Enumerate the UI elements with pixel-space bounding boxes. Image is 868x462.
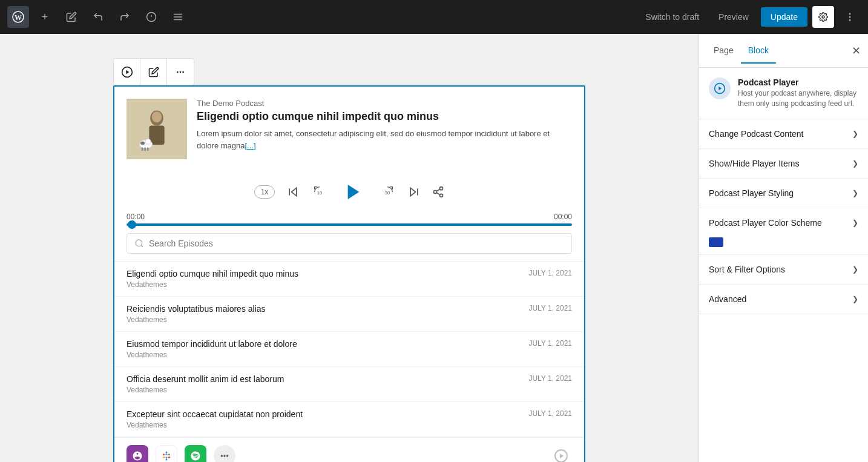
- tab-block[interactable]: Block: [741, 38, 776, 64]
- add-block-button[interactable]: +: [34, 6, 56, 28]
- more-options-button[interactable]: [839, 6, 861, 28]
- google-podcasts-button[interactable]: [156, 445, 177, 462]
- svg-point-14: [177, 71, 178, 72]
- svg-point-44: [163, 454, 165, 455]
- episode-info: Eiusmod tempor incididunt ut labore et d…: [127, 339, 297, 359]
- episode-author: Vedathemes: [127, 280, 298, 289]
- episode-item[interactable]: Eiusmod tempor incididunt ut labore et d…: [114, 332, 584, 367]
- block-edit-button[interactable]: [140, 59, 167, 85]
- svg-rect-24: [142, 148, 143, 151]
- podcast-footer: [114, 437, 584, 462]
- svg-marker-58: [718, 87, 722, 91]
- accordion-change-podcast-content: Change Podcast Content ❯: [699, 119, 868, 149]
- player-controls: 1x 10: [114, 171, 584, 213]
- svg-text:30: 30: [385, 190, 390, 196]
- episode-item[interactable]: Reiciendis voluptatibus maiores alias Ve…: [114, 297, 584, 332]
- episode-info: Eligendi optio cumque nihil impedit quo …: [127, 269, 298, 289]
- speed-button[interactable]: 1x: [254, 185, 275, 199]
- svg-point-40: [136, 240, 142, 246]
- accordion-show-hide-items: Show/Hide Player Items ❯: [699, 149, 868, 179]
- share-button[interactable]: [432, 186, 444, 198]
- episode-author: Vedathemes: [127, 315, 266, 324]
- accordion-header-advanced[interactable]: Advanced ❯: [699, 285, 868, 314]
- svg-point-47: [168, 457, 170, 458]
- tab-page[interactable]: Page: [706, 38, 741, 64]
- close-sidebar-button[interactable]: ✕: [852, 44, 861, 58]
- episode-author: Vedathemes: [127, 351, 297, 359]
- podcast-description: Lorem ipsum dolor sit amet, consectetur …: [197, 128, 572, 151]
- update-button[interactable]: Update: [761, 7, 807, 27]
- accordion-header-change-podcast[interactable]: Change Podcast Content ❯: [699, 119, 868, 148]
- preview-button[interactable]: Preview: [711, 7, 756, 27]
- accordion-player-styling: Podcast Player Styling ❯: [699, 179, 868, 208]
- episode-list: Eligendi optio cumque nihil impedit quo …: [114, 261, 584, 437]
- accordion-header-sort-filter[interactable]: Sort & Filter Options ❯: [699, 255, 868, 284]
- block-wrapper: The Demo Podcast Eligendi optio cumque n…: [113, 58, 585, 462]
- block-type-button[interactable]: [114, 59, 140, 85]
- svg-line-38: [437, 193, 441, 194]
- edit-button[interactable]: [61, 6, 82, 28]
- read-more-link[interactable]: [...]: [245, 141, 256, 150]
- total-time: 00:00: [554, 213, 572, 221]
- accordion-header-color-scheme[interactable]: Podcast Player Color Scheme ❯: [699, 208, 868, 237]
- episode-date: JULY 1, 2021: [528, 339, 572, 348]
- svg-point-54: [227, 455, 228, 457]
- search-input[interactable]: [149, 239, 564, 248]
- plugin-name: Podcast Player: [738, 78, 858, 87]
- skip-to-start-button[interactable]: [287, 186, 299, 198]
- episode-author: Vedathemes: [127, 421, 303, 429]
- play-button[interactable]: [340, 179, 367, 205]
- episode-item[interactable]: Excepteur sint occaecat cupidatat non pr…: [114, 402, 584, 437]
- progress-thumb: [128, 220, 136, 229]
- settings-button[interactable]: [812, 6, 834, 28]
- svg-point-8: [822, 16, 824, 18]
- chevron-icon: ❯: [852, 189, 858, 197]
- svg-point-23: [145, 139, 151, 144]
- block-more-options-button[interactable]: [167, 59, 194, 85]
- episode-info: Reiciendis voluptatibus maiores alias Ve…: [127, 304, 266, 324]
- svg-marker-13: [126, 70, 129, 74]
- switch-to-draft-button[interactable]: Switch to draft: [638, 7, 706, 27]
- podcast-thumbnail: [127, 99, 187, 159]
- svg-point-20: [152, 111, 162, 122]
- more-platforms-button[interactable]: [214, 445, 235, 462]
- info-button[interactable]: [140, 6, 162, 28]
- svg-point-45: [168, 454, 170, 455]
- episode-date: JULY 1, 2021: [528, 269, 572, 277]
- svg-point-35: [440, 187, 443, 190]
- accordion-header-styling[interactable]: Podcast Player Styling ❯: [699, 179, 868, 208]
- search-icon: [134, 239, 144, 248]
- fast-forward-button[interactable]: 30: [379, 183, 396, 200]
- svg-marker-28: [292, 188, 297, 196]
- undo-button[interactable]: [87, 6, 109, 28]
- time-row: 00:00 00:00: [127, 213, 572, 221]
- episode-info: Officia deserunt mollit anim id est labo…: [127, 374, 284, 394]
- episode-date: JULY 1, 2021: [528, 374, 572, 383]
- svg-line-41: [141, 245, 143, 247]
- progress-track[interactable]: [127, 223, 572, 226]
- svg-text:W: W: [15, 13, 22, 22]
- svg-marker-31: [348, 185, 360, 199]
- accordion-header-show-hide[interactable]: Show/Hide Player Items ❯: [699, 149, 868, 178]
- progress-section: 00:00 00:00: [114, 213, 584, 233]
- svg-point-42: [166, 452, 168, 454]
- svg-marker-56: [560, 454, 564, 458]
- redo-button[interactable]: [114, 6, 136, 28]
- svg-rect-26: [147, 148, 149, 151]
- svg-rect-25: [144, 148, 146, 151]
- plugin-description: Host your podcast anywhere, display them…: [738, 88, 858, 109]
- rewind-button[interactable]: 10: [311, 183, 328, 200]
- spotify-button[interactable]: [185, 445, 206, 462]
- episode-item[interactable]: Officia deserunt mollit anim id est labo…: [114, 367, 584, 402]
- apple-podcasts-button[interactable]: [127, 445, 148, 462]
- episode-item[interactable]: Eligendi optio cumque nihil impedit quo …: [114, 262, 584, 297]
- menu-button[interactable]: [167, 6, 189, 28]
- current-time: 00:00: [127, 213, 145, 221]
- svg-point-36: [434, 191, 437, 194]
- editor-area: The Demo Podcast Eligendi optio cumque n…: [0, 34, 699, 462]
- chevron-icon: ❯: [852, 130, 858, 138]
- skip-to-end-button[interactable]: [408, 186, 420, 198]
- episode-title: Reiciendis voluptatibus maiores alias: [127, 304, 266, 314]
- svg-point-16: [183, 71, 183, 72]
- chevron-icon: ❯: [852, 295, 858, 303]
